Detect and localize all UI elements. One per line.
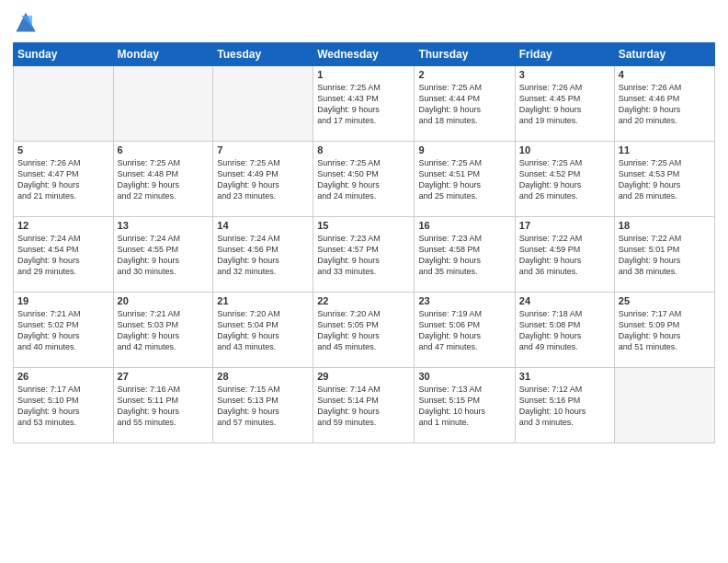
- day-info: Sunrise: 7:22 AM Sunset: 5:01 PM Dayligh…: [619, 233, 711, 278]
- logo-icon: [13, 9, 39, 35]
- day-number: 14: [217, 220, 309, 231]
- calendar-cell: 21Sunrise: 7:20 AM Sunset: 5:04 PM Dayli…: [213, 293, 313, 368]
- day-number: 23: [418, 295, 510, 306]
- day-number: 29: [317, 371, 410, 382]
- calendar-week-row: 26Sunrise: 7:17 AM Sunset: 5:10 PM Dayli…: [14, 368, 715, 443]
- calendar-cell: 28Sunrise: 7:15 AM Sunset: 5:13 PM Dayli…: [213, 368, 313, 443]
- day-info: Sunrise: 7:25 AM Sunset: 4:50 PM Dayligh…: [317, 157, 410, 202]
- day-number: 3: [519, 69, 610, 80]
- calendar-cell: 20Sunrise: 7:21 AM Sunset: 5:03 PM Dayli…: [113, 293, 213, 368]
- calendar-cell: 27Sunrise: 7:16 AM Sunset: 5:11 PM Dayli…: [113, 368, 213, 443]
- day-info: Sunrise: 7:26 AM Sunset: 4:47 PM Dayligh…: [17, 157, 109, 202]
- day-number: 31: [519, 371, 610, 382]
- calendar-cell: 9Sunrise: 7:25 AM Sunset: 4:51 PM Daylig…: [415, 142, 515, 217]
- calendar-week-row: 12Sunrise: 7:24 AM Sunset: 4:54 PM Dayli…: [14, 217, 715, 293]
- day-info: Sunrise: 7:15 AM Sunset: 5:13 PM Dayligh…: [217, 384, 309, 429]
- day-info: Sunrise: 7:25 AM Sunset: 4:48 PM Dayligh…: [118, 157, 210, 202]
- day-info: Sunrise: 7:21 AM Sunset: 5:02 PM Dayligh…: [17, 308, 109, 353]
- day-info: Sunrise: 7:17 AM Sunset: 5:09 PM Dayligh…: [619, 308, 711, 353]
- day-info: Sunrise: 7:26 AM Sunset: 4:45 PM Dayligh…: [519, 82, 610, 127]
- day-info: Sunrise: 7:24 AM Sunset: 4:54 PM Dayligh…: [17, 233, 109, 278]
- day-info: Sunrise: 7:16 AM Sunset: 5:11 PM Dayligh…: [118, 384, 210, 429]
- day-number: 13: [118, 220, 210, 231]
- day-info: Sunrise: 7:25 AM Sunset: 4:51 PM Dayligh…: [418, 157, 510, 202]
- calendar-cell: 7Sunrise: 7:25 AM Sunset: 4:49 PM Daylig…: [213, 142, 313, 217]
- calendar-header-thursday: Thursday: [415, 43, 515, 66]
- day-number: 6: [118, 144, 210, 155]
- day-number: 8: [317, 144, 410, 155]
- day-info: Sunrise: 7:26 AM Sunset: 4:46 PM Dayligh…: [619, 82, 711, 127]
- day-number: 25: [619, 295, 711, 306]
- calendar-header-tuesday: Tuesday: [213, 43, 313, 66]
- calendar-cell: 24Sunrise: 7:18 AM Sunset: 5:08 PM Dayli…: [515, 293, 614, 368]
- calendar-cell: 3Sunrise: 7:26 AM Sunset: 4:45 PM Daylig…: [515, 66, 614, 142]
- calendar-cell: 30Sunrise: 7:13 AM Sunset: 5:15 PM Dayli…: [415, 368, 515, 443]
- day-number: 19: [17, 295, 109, 306]
- day-info: Sunrise: 7:24 AM Sunset: 4:55 PM Dayligh…: [118, 233, 210, 278]
- day-info: Sunrise: 7:24 AM Sunset: 4:56 PM Dayligh…: [217, 233, 309, 278]
- calendar-header-friday: Friday: [515, 43, 614, 66]
- day-info: Sunrise: 7:23 AM Sunset: 4:57 PM Dayligh…: [317, 233, 410, 278]
- day-info: Sunrise: 7:18 AM Sunset: 5:08 PM Dayligh…: [519, 308, 610, 353]
- day-number: 2: [418, 69, 510, 80]
- day-number: 26: [17, 371, 109, 382]
- day-number: 5: [17, 144, 109, 155]
- day-number: 1: [317, 69, 410, 80]
- calendar-cell: 25Sunrise: 7:17 AM Sunset: 5:09 PM Dayli…: [614, 293, 714, 368]
- calendar-header-wednesday: Wednesday: [313, 43, 415, 66]
- calendar-cell: 29Sunrise: 7:14 AM Sunset: 5:14 PM Dayli…: [313, 368, 415, 443]
- calendar-cell: 26Sunrise: 7:17 AM Sunset: 5:10 PM Dayli…: [14, 368, 114, 443]
- day-info: Sunrise: 7:23 AM Sunset: 4:58 PM Dayligh…: [418, 233, 510, 278]
- day-number: 20: [118, 295, 210, 306]
- calendar-week-row: 19Sunrise: 7:21 AM Sunset: 5:02 PM Dayli…: [14, 293, 715, 368]
- calendar-cell: 11Sunrise: 7:25 AM Sunset: 4:53 PM Dayli…: [614, 142, 714, 217]
- calendar-cell: 5Sunrise: 7:26 AM Sunset: 4:47 PM Daylig…: [14, 142, 114, 217]
- calendar-cell: 23Sunrise: 7:19 AM Sunset: 5:06 PM Dayli…: [415, 293, 515, 368]
- day-info: Sunrise: 7:25 AM Sunset: 4:49 PM Dayligh…: [217, 157, 309, 202]
- day-number: 24: [519, 295, 610, 306]
- calendar-cell: 8Sunrise: 7:25 AM Sunset: 4:50 PM Daylig…: [313, 142, 415, 217]
- calendar-cell: [614, 368, 714, 443]
- day-info: Sunrise: 7:20 AM Sunset: 5:05 PM Dayligh…: [317, 308, 410, 353]
- calendar-cell: 19Sunrise: 7:21 AM Sunset: 5:02 PM Dayli…: [14, 293, 114, 368]
- calendar-cell: 2Sunrise: 7:25 AM Sunset: 4:44 PM Daylig…: [415, 66, 515, 142]
- calendar-cell: 18Sunrise: 7:22 AM Sunset: 5:01 PM Dayli…: [614, 217, 714, 293]
- day-number: 7: [217, 144, 309, 155]
- day-number: 9: [418, 144, 510, 155]
- day-number: 16: [418, 220, 510, 231]
- calendar-header-row: SundayMondayTuesdayWednesdayThursdayFrid…: [14, 43, 715, 66]
- day-number: 22: [317, 295, 410, 306]
- day-info: Sunrise: 7:19 AM Sunset: 5:06 PM Dayligh…: [418, 308, 510, 353]
- day-number: 10: [519, 144, 610, 155]
- calendar-cell: 31Sunrise: 7:12 AM Sunset: 5:16 PM Dayli…: [515, 368, 614, 443]
- page: SundayMondayTuesdayWednesdayThursdayFrid…: [0, 0, 728, 563]
- calendar-cell: 10Sunrise: 7:25 AM Sunset: 4:52 PM Dayli…: [515, 142, 614, 217]
- calendar-cell: 13Sunrise: 7:24 AM Sunset: 4:55 PM Dayli…: [113, 217, 213, 293]
- calendar-cell: 17Sunrise: 7:22 AM Sunset: 4:59 PM Dayli…: [515, 217, 614, 293]
- calendar: SundayMondayTuesdayWednesdayThursdayFrid…: [13, 42, 715, 443]
- day-info: Sunrise: 7:13 AM Sunset: 5:15 PM Dayligh…: [418, 384, 510, 429]
- header: [13, 9, 715, 35]
- day-number: 4: [619, 69, 711, 80]
- calendar-cell: 16Sunrise: 7:23 AM Sunset: 4:58 PM Dayli…: [415, 217, 515, 293]
- logo: [13, 9, 42, 35]
- day-number: 28: [217, 371, 309, 382]
- day-info: Sunrise: 7:20 AM Sunset: 5:04 PM Dayligh…: [217, 308, 309, 353]
- calendar-cell: 15Sunrise: 7:23 AM Sunset: 4:57 PM Dayli…: [313, 217, 415, 293]
- day-number: 30: [418, 371, 510, 382]
- day-info: Sunrise: 7:22 AM Sunset: 4:59 PM Dayligh…: [519, 233, 610, 278]
- day-info: Sunrise: 7:25 AM Sunset: 4:53 PM Dayligh…: [619, 157, 711, 202]
- day-number: 17: [519, 220, 610, 231]
- calendar-cell: 6Sunrise: 7:25 AM Sunset: 4:48 PM Daylig…: [113, 142, 213, 217]
- calendar-cell: [14, 66, 114, 142]
- day-number: 18: [619, 220, 711, 231]
- calendar-week-row: 5Sunrise: 7:26 AM Sunset: 4:47 PM Daylig…: [14, 142, 715, 217]
- day-info: Sunrise: 7:14 AM Sunset: 5:14 PM Dayligh…: [317, 384, 410, 429]
- calendar-cell: 22Sunrise: 7:20 AM Sunset: 5:05 PM Dayli…: [313, 293, 415, 368]
- calendar-cell: 1Sunrise: 7:25 AM Sunset: 4:43 PM Daylig…: [313, 66, 415, 142]
- day-number: 21: [217, 295, 309, 306]
- day-info: Sunrise: 7:25 AM Sunset: 4:44 PM Dayligh…: [418, 82, 510, 127]
- day-info: Sunrise: 7:17 AM Sunset: 5:10 PM Dayligh…: [17, 384, 109, 429]
- day-number: 15: [317, 220, 410, 231]
- day-info: Sunrise: 7:25 AM Sunset: 4:52 PM Dayligh…: [519, 157, 610, 202]
